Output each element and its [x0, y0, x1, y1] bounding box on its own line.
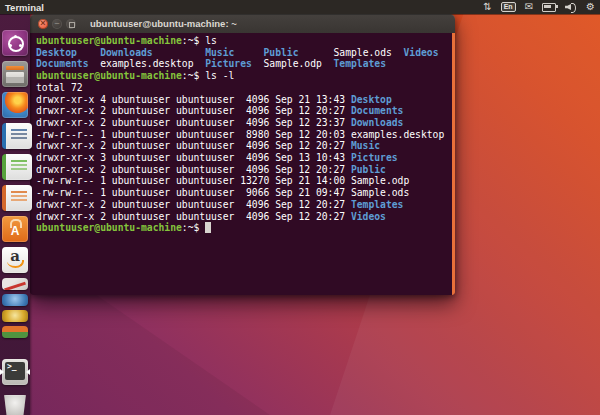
ubuntu-desktop: Terminal ⇅En✉⚙ Aa>_ ubuntuuser@ubuntu-ma…: [0, 0, 600, 415]
launcher-item-terminal[interactable]: >_: [2, 359, 28, 385]
launcher-item-software[interactable]: A: [2, 216, 28, 242]
terminal-line: total 72: [36, 82, 451, 94]
launcher-item-files[interactable]: [2, 61, 28, 87]
terminal-line: drwxr-xr-x 2 ubuntuuser ubuntuuser 4096 …: [36, 140, 451, 152]
terminal-cursor: [205, 222, 211, 233]
terminal-content-area[interactable]: ubuntuuser@ubuntu-machine:~$ lsDesktop D…: [30, 33, 455, 295]
launcher-item-dash[interactable]: [2, 30, 28, 56]
terminal-line: drwxr-xr-x 3 ubuntuuser ubuntuuser 4096 …: [36, 152, 451, 164]
amazon-icon-glyph: a: [2, 248, 28, 265]
window-title: ubuntuuser@ubuntu-machine: ~: [90, 18, 237, 29]
mail-icon[interactable]: ✉: [525, 0, 533, 14]
terminal-scrollbar[interactable]: [452, 33, 455, 295]
terminal-line: drwxr-xr-x 2 ubuntuuser ubuntuuser 4096 …: [36, 211, 451, 223]
launcher-item-stack1[interactable]: [2, 278, 28, 290]
launcher-item-amazon[interactable]: a: [2, 247, 28, 273]
session-gear-icon[interactable]: ⚙: [586, 0, 595, 14]
terminal-line: -rw-rw-r-- 1 ubuntuuser ubuntuuser 13270…: [36, 175, 451, 187]
top-panel: Terminal ⇅En✉⚙: [0, 0, 600, 14]
volume-icon[interactable]: [565, 2, 577, 12]
terminal-line: drwxr-xr-x 2 ubuntuuser ubuntuuser 4096 …: [36, 105, 451, 117]
terminal-line: drwxr-xr-x 2 ubuntuuser ubuntuuser 4096 …: [36, 199, 451, 211]
network-updown-icon[interactable]: ⇅: [483, 0, 491, 14]
minimize-button[interactable]: [52, 19, 62, 29]
terminal-output: ubuntuuser@ubuntu-machine:~$ lsDesktop D…: [36, 35, 451, 234]
terminal-line: ubuntuuser@ubuntu-machine:~$ ls -l: [36, 70, 451, 82]
launcher-item-trash[interactable]: [2, 395, 28, 415]
unity-launcher: Aa>_: [0, 14, 30, 415]
battery-icon[interactable]: [542, 3, 556, 12]
running-indicator-arrow: [0, 369, 4, 375]
terminal-line: drwxr-xr-x 2 ubuntuuser ubuntuuser 4096 …: [36, 164, 451, 176]
launcher-item-stack3[interactable]: [2, 310, 28, 322]
terminal-line: drwxr-xr-x 2 ubuntuuser ubuntuuser 4096 …: [36, 117, 451, 129]
launcher-item-calc[interactable]: [2, 154, 32, 180]
terminal-line: Documents examples.desktop Pictures Samp…: [36, 58, 451, 70]
terminal-line: -rw-r--r-- 1 ubuntuuser ubuntuuser 8980 …: [36, 129, 451, 141]
terminal-line: ubuntuuser@ubuntu-machine:~$ ls: [36, 35, 451, 47]
launcher-item-impress[interactable]: [2, 185, 32, 211]
terminal-line: Desktop Downloads Music Public Sample.od…: [36, 47, 451, 59]
maximize-button[interactable]: [66, 19, 76, 29]
terminal-line: -rw-rw-r-- 1 ubuntuuser ubuntuuser 9066 …: [36, 187, 451, 199]
software-icon-glyph: A: [2, 224, 28, 238]
terminal-line: drwxr-xr-x 4 ubuntuuser ubuntuuser 4096 …: [36, 94, 451, 106]
terminal-window: ubuntuuser@ubuntu-machine: ~ ubuntuuser@…: [30, 14, 455, 295]
launcher-item-stack4[interactable]: [2, 326, 28, 338]
close-button[interactable]: [38, 19, 48, 29]
terminal-icon-glyph: >_: [7, 362, 17, 371]
launcher-item-firefox[interactable]: [2, 92, 28, 118]
active-app-title: Terminal: [0, 2, 44, 13]
terminal-line: ubuntuuser@ubuntu-machine:~$: [36, 222, 451, 234]
focused-indicator-arrow: [26, 369, 30, 375]
keyboard-layout-icon[interactable]: En: [501, 2, 516, 12]
terminal-titlebar[interactable]: ubuntuuser@ubuntu-machine: ~: [30, 14, 455, 33]
launcher-item-stack2[interactable]: [2, 294, 28, 306]
system-tray: ⇅En✉⚙: [483, 0, 600, 14]
launcher-item-writer[interactable]: [2, 123, 32, 149]
